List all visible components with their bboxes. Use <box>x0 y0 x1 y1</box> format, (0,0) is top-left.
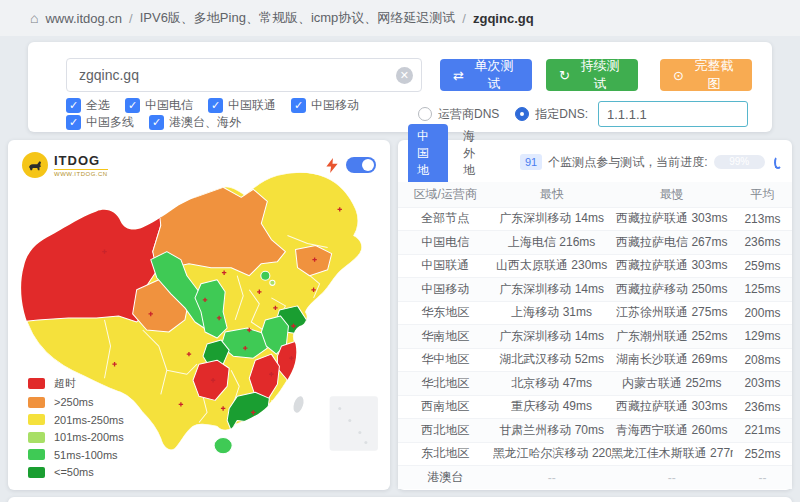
legend-label: 201ms-250ms <box>54 414 124 426</box>
legend-label: 101ms-200ms <box>54 431 124 443</box>
isp-dns-radio[interactable] <box>418 107 432 121</box>
table-cell: -- <box>493 466 611 490</box>
lightning-icon[interactable] <box>326 158 338 173</box>
map-mode-toggle[interactable] <box>346 157 376 173</box>
table-cell: 203ms <box>733 372 792 396</box>
table-cell: 259ms <box>733 254 792 278</box>
breadcrumb-section[interactable]: IPV6版、多地Ping、常规版、icmp协议、网络延迟测试 <box>140 9 456 27</box>
full-screenshot-button[interactable]: ⊙ 完整截图 <box>660 59 752 91</box>
table-cell: 广东深圳移动 14ms <box>493 207 611 231</box>
filter-checkbox-中国移动[interactable]: ✓中国移动 <box>291 97 359 114</box>
host-input[interactable] <box>67 59 421 91</box>
control-panel: ✕ ⇄ 单次测试 ↻ 持续测试 ⊙ 完整截图 ✓全选✓中国电信✓中国联通✓中国移… <box>28 42 772 132</box>
checkbox-checked-icon[interactable]: ✓ <box>208 98 223 113</box>
legend-swatch <box>28 432 45 443</box>
checkbox-checked-icon[interactable]: ✓ <box>291 98 306 113</box>
table-row: 中国联通山西太原联通 230ms西藏拉萨联通 303ms259ms <box>398 254 792 278</box>
breadcrumb-site[interactable]: www.itdog.cn <box>45 11 122 26</box>
single-test-button[interactable]: ⇄ 单次测试 <box>440 59 532 91</box>
table-cell: 西藏拉萨联通 303ms <box>611 254 733 278</box>
logo-title: ITDOG <box>54 154 108 167</box>
table-cell: 中国电信 <box>398 231 493 255</box>
table-cell: 西藏拉萨电信 267ms <box>611 231 733 255</box>
legend-item: 201ms-250ms <box>28 414 124 426</box>
table-row: 华北地区北京移动 47ms内蒙古联通 252ms203ms <box>398 372 792 396</box>
table-cell: 221ms <box>733 419 792 443</box>
table-cell: 华东地区 <box>398 301 493 325</box>
table-row: 西北地区甘肃兰州移动 70ms青海西宁联通 260ms221ms <box>398 419 792 443</box>
table-cell: 广东深圳移动 14ms <box>493 278 611 302</box>
legend-item: 51ms-100ms <box>28 449 124 461</box>
column-header: 最慢 <box>611 182 733 207</box>
refresh-icon: ⇄ <box>453 68 464 83</box>
legend-item: >250ms <box>28 396 124 408</box>
continuous-test-button[interactable]: ↻ 持续测试 <box>546 59 638 91</box>
home-icon[interactable]: ⌂ <box>30 10 38 26</box>
table-row: 中国移动广东深圳移动 14ms西藏拉萨移动 250ms125ms <box>398 278 792 302</box>
camera-icon: ⊙ <box>673 68 684 83</box>
table-row: 全部节点广东深圳移动 14ms西藏拉萨联通 303ms213ms <box>398 207 792 231</box>
filter-checkbox-港澳台、海外[interactable]: ✓港澳台、海外 <box>149 114 241 131</box>
table-row: 中国电信上海电信 216ms西藏拉萨电信 267ms236ms <box>398 231 792 255</box>
table-cell: 甘肃兰州移动 70ms <box>493 419 611 443</box>
table-cell: 236ms <box>733 395 792 419</box>
table-cell: 江苏徐州联通 275ms <box>611 301 733 325</box>
table-cell: -- <box>611 466 733 490</box>
checkbox-checked-icon[interactable]: ✓ <box>125 98 140 113</box>
table-cell: 华南地区 <box>398 325 493 349</box>
checkbox-checked-icon[interactable]: ✓ <box>66 115 81 130</box>
filter-label: 中国移动 <box>311 97 359 114</box>
table-cell: 125ms <box>733 278 792 302</box>
table-cell: 东北地区 <box>398 442 493 466</box>
isp-dns-label: 运营商DNS <box>438 106 499 123</box>
table-cell: 北京移动 47ms <box>493 372 611 396</box>
legend-label: 超时 <box>54 376 76 391</box>
progress-value: 99% <box>714 155 765 169</box>
custom-dns-radio[interactable] <box>515 107 529 121</box>
legend-swatch <box>28 414 45 425</box>
table-row: 西南地区重庆移动 49ms西藏拉萨联通 303ms236ms <box>398 395 792 419</box>
filter-checkbox-中国多线[interactable]: ✓中国多线 <box>66 114 134 131</box>
filter-label: 港澳台、海外 <box>169 114 241 131</box>
table-cell: 208ms <box>733 348 792 372</box>
table-cell: 西北地区 <box>398 419 493 443</box>
table-cell: 湖北武汉移动 52ms <box>493 348 611 372</box>
filter-label: 中国多线 <box>86 114 134 131</box>
host-input-wrap: ✕ <box>66 58 422 92</box>
node-count-badge: 91 <box>520 154 542 170</box>
results-panel: 中国地区 海外地区 91 个监测点参与测试，当前进度: 99% 区域/运营商最快… <box>398 140 792 490</box>
table-cell: 山西太原联通 230ms <box>493 254 611 278</box>
legend-swatch <box>28 378 45 389</box>
filter-label: 中国电信 <box>145 97 193 114</box>
clear-input-icon[interactable]: ✕ <box>396 67 413 84</box>
table-cell: 华北地区 <box>398 372 493 396</box>
loading-spinner <box>774 156 782 169</box>
legend-swatch <box>28 449 45 460</box>
next-section-card <box>8 497 792 502</box>
checkbox-checked-icon[interactable]: ✓ <box>66 98 81 113</box>
dns-input[interactable] <box>598 101 748 127</box>
checkbox-checked-icon[interactable]: ✓ <box>149 115 164 130</box>
progress-bar: 99% <box>714 155 765 169</box>
table-cell: 黑龙江哈尔滨移动 220ms <box>493 442 611 466</box>
filter-checkbox-全选[interactable]: ✓全选 <box>66 97 110 114</box>
custom-dns-label: 指定DNS: <box>535 106 588 123</box>
column-header: 最快 <box>493 182 611 207</box>
legend-swatch <box>28 397 45 408</box>
table-cell: 上海移动 31ms <box>493 301 611 325</box>
table-cell: 广东潮州联通 252ms <box>611 325 733 349</box>
filter-checkbox-中国联通[interactable]: ✓中国联通 <box>208 97 276 114</box>
isp-filter-group: ✓全选✓中国电信✓中国联通✓中国移动✓中国多线✓港澳台、海外 <box>66 97 418 131</box>
latency-legend: 超时>250ms201ms-250ms101ms-200ms51ms-100ms… <box>28 376 124 479</box>
legend-item: <=50ms <box>28 466 124 478</box>
table-cell: 中国联通 <box>398 254 493 278</box>
breadcrumb-separator: / <box>462 11 466 26</box>
table-cell: 湖南长沙联通 269ms <box>611 348 733 372</box>
table-cell: 全部节点 <box>398 207 493 231</box>
legend-label: 51ms-100ms <box>54 449 118 461</box>
legend-item: 101ms-200ms <box>28 431 124 443</box>
legend-label: >250ms <box>54 396 93 408</box>
filter-checkbox-中国电信[interactable]: ✓中国电信 <box>125 97 193 114</box>
map-panel: ITDOG WWW.ITDOG.CN <box>8 140 390 490</box>
table-row: 华南地区广东深圳移动 14ms广东潮州联通 252ms129ms <box>398 325 792 349</box>
